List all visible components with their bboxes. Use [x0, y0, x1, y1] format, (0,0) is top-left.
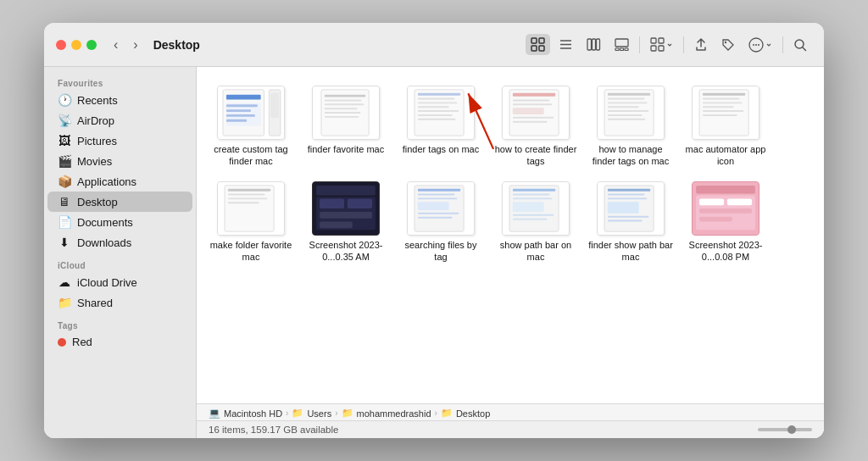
status-bar: 16 items, 159.17 GB available	[197, 420, 824, 438]
sidebar-item-shared[interactable]: 📁 Shared	[47, 292, 192, 313]
zoom-button[interactable]	[86, 40, 97, 50]
svg-rect-32	[226, 119, 247, 122]
svg-rect-10	[615, 39, 628, 47]
svg-rect-38	[325, 100, 362, 102]
svg-rect-58	[513, 117, 554, 119]
downloads-icon: ⬇	[58, 236, 71, 249]
view-gallery-button[interactable]	[609, 34, 634, 55]
svg-rect-104	[513, 214, 554, 215]
view-columns-button[interactable]	[581, 34, 606, 55]
airdrop-icon: 📡	[58, 114, 71, 127]
forward-button[interactable]: ›	[130, 36, 141, 53]
file-thumbnail	[502, 181, 570, 236]
svg-rect-57	[513, 108, 544, 114]
svg-rect-93	[418, 193, 455, 195]
sidebar-item-label: Desktop	[77, 196, 118, 208]
file-item[interactable]: finder show path bar mac	[585, 176, 676, 269]
svg-rect-101	[513, 193, 550, 195]
sidebar-item-airdrop[interactable]: 📡 AirDrop	[47, 110, 192, 131]
sidebar-item-pictures[interactable]: 🖼 Pictures	[47, 131, 192, 151]
file-item[interactable]: Screenshot 2023-0...0.08 PM	[680, 176, 771, 269]
svg-rect-44	[415, 90, 464, 136]
path-item-desktop: 📁 Desktop	[441, 408, 490, 419]
svg-rect-63	[608, 98, 645, 100]
file-item[interactable]: how to manage finder tags on mac	[585, 81, 676, 173]
file-item[interactable]: Screenshot 2023-0...0.35 AM	[300, 176, 392, 269]
svg-rect-79	[228, 188, 270, 191]
file-thumbnail	[407, 86, 475, 140]
svg-rect-14	[651, 38, 656, 43]
svg-rect-11	[615, 48, 619, 51]
sidebar-item-applications[interactable]: 📦 Applications	[47, 171, 192, 192]
sidebar-item-label: Documents	[77, 216, 133, 229]
file-name: Screenshot 2023-0...0.35 AM	[303, 239, 388, 264]
svg-rect-111	[608, 202, 639, 214]
desktop-icon: 🖥	[58, 195, 71, 208]
svg-rect-105	[513, 218, 548, 219]
sidebar-item-icloud-drive[interactable]: ☁ iCloud Drive	[47, 272, 192, 292]
sidebar-item-label: Shared	[77, 297, 113, 309]
svg-rect-70	[699, 90, 748, 136]
traffic-lights	[56, 40, 97, 50]
red-tag-dot	[58, 338, 66, 347]
svg-rect-13	[625, 48, 628, 51]
status-info: 16 items, 159.17 GB available	[209, 425, 338, 435]
file-item[interactable]: searching files by tag	[395, 176, 487, 269]
file-item[interactable]: how to create finder tags	[490, 81, 581, 173]
sidebar-item-label: iCloud Drive	[77, 276, 137, 289]
svg-rect-95	[418, 202, 449, 210]
sidebar-item-recents[interactable]: 🕐 Recents	[47, 90, 192, 110]
file-name: searching files by tag	[398, 239, 483, 264]
tag-button[interactable]	[716, 35, 740, 55]
file-item[interactable]: finder favorite mac	[300, 81, 392, 173]
file-thumbnail	[217, 181, 285, 236]
svg-point-20	[753, 44, 754, 46]
svg-rect-64	[608, 102, 648, 103]
svg-line-24	[803, 47, 806, 51]
slider-track	[758, 428, 812, 431]
svg-rect-115	[696, 185, 755, 193]
path-item-user: 📁 mohammedrashid	[342, 408, 431, 419]
share-button[interactable]	[689, 35, 713, 55]
back-button[interactable]: ‹	[110, 36, 121, 53]
view-group-button[interactable]	[645, 34, 678, 55]
file-thumbnail	[407, 181, 475, 236]
svg-rect-1	[539, 38, 544, 43]
sidebar-item-documents[interactable]: 📄 Documents	[47, 212, 192, 232]
sidebar-item-downloads[interactable]: ⬇ Downloads	[47, 232, 192, 253]
movies-icon: 🎬	[58, 154, 71, 168]
svg-rect-15	[659, 38, 664, 43]
more-button[interactable]	[743, 34, 777, 56]
close-button[interactable]	[56, 40, 66, 50]
sidebar-item-movies[interactable]: 🎬 Movies	[47, 151, 192, 171]
file-item[interactable]: finder tags on mac	[395, 81, 487, 173]
file-name: finder favorite mac	[308, 143, 384, 155]
file-item[interactable]: mac automator app icon	[680, 81, 771, 173]
file-content: create custom tag finder mac	[197, 67, 824, 438]
file-item[interactable]: show path bar on mac	[490, 176, 581, 269]
sidebar-item-red-tag[interactable]: Red	[47, 332, 192, 352]
file-item[interactable]: create custom tag finder mac	[205, 81, 297, 173]
svg-rect-42	[325, 116, 359, 118]
svg-rect-9	[597, 39, 600, 50]
size-slider[interactable]	[758, 428, 812, 431]
user-label: mohammedrashid	[357, 408, 431, 419]
sidebar-item-label: Pictures	[77, 135, 117, 147]
file-thumbnail	[312, 181, 380, 236]
search-button[interactable]	[788, 35, 812, 55]
svg-rect-96	[418, 212, 459, 214]
view-icons-button[interactable]	[526, 34, 550, 55]
hd-label: Macintosh HD	[224, 408, 282, 419]
file-name: show path bar on mac	[493, 239, 578, 264]
svg-rect-78	[225, 185, 274, 230]
svg-rect-48	[418, 106, 449, 108]
svg-rect-112	[608, 215, 648, 217]
view-list-button[interactable]	[554, 34, 578, 55]
sidebar-item-desktop[interactable]: 🖥 Desktop	[47, 192, 192, 212]
svg-rect-0	[531, 38, 537, 43]
svg-rect-110	[608, 197, 648, 199]
slider-thumb	[787, 425, 796, 434]
minimize-button[interactable]	[71, 40, 81, 50]
file-item[interactable]: make folder favorite mac	[205, 176, 297, 269]
svg-rect-17	[659, 46, 664, 51]
